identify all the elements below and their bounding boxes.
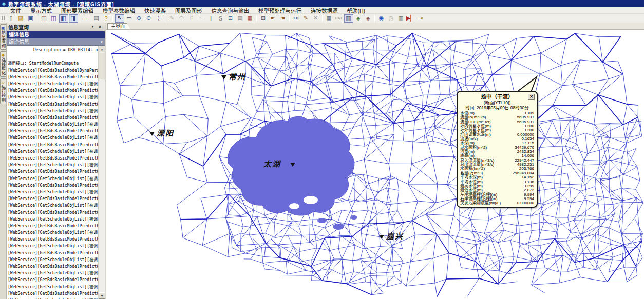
tree2-icon[interactable]: ♣ [364, 14, 373, 23]
main-river-line [112, 34, 638, 143]
panel-title-bar: 信息查询 ▼ ✕ [7, 23, 105, 31]
log-line: [WebService][GetBdsBasicModelPredictObje… [8, 101, 98, 108]
side-tab-label: 信息查询 [1, 30, 6, 48]
globe-icon[interactable]: ◉ [377, 14, 386, 23]
menu-item-6[interactable]: 信息查询与输出 [207, 8, 254, 14]
popup-title: 扬中（干流） [460, 93, 534, 101]
hand-icon[interactable]: ☛ [269, 14, 278, 23]
select-arrow-icon[interactable]: ↖ [115, 14, 124, 23]
menu-item-7[interactable]: 模型预处理与运行 [254, 8, 306, 14]
clock-icon[interactable]: ◷ [387, 14, 396, 23]
log-line: [WebService][GetScheduleObjList][被调用] [8, 270, 98, 276]
layer-map-blue-icon[interactable]: ◫ [49, 14, 59, 23]
layer-window2-icon[interactable]: ◨ [69, 14, 78, 23]
tree-icon[interactable]: ♣ [354, 14, 363, 23]
side-tab-2[interactable]: ▱运行控制 [0, 78, 6, 104]
layer-map-red-icon[interactable]: ◫ [40, 14, 49, 23]
log-line: [WebService][GetScheduleObjList][被调用] [8, 216, 98, 223]
style-icon[interactable]: S [216, 14, 225, 23]
document-tab-strip: 主界面 [106, 23, 644, 30]
new-file-icon[interactable]: ▯ [7, 14, 16, 23]
lake-island [304, 196, 318, 204]
menu-item-8[interactable]: 连接数据源 [306, 8, 343, 14]
popup-row-value: 0.000000 [501, 201, 534, 205]
measure-icon[interactable]: ◠ [177, 14, 186, 23]
print-icon[interactable]: ▤ [92, 14, 101, 23]
log-line: [WebService][GetScheduleObjList][被调用] [8, 175, 98, 182]
hand2-icon[interactable]: ☚ [278, 14, 288, 23]
zoom-in-icon[interactable]: ⊕ [135, 14, 144, 23]
info-query-panel: 信息查询 ▼ ✕ 编译信息 编译信息 ▼ Description = ORA-0… [7, 23, 105, 299]
menu-item-4[interactable]: 快速漫游 [140, 8, 171, 14]
window-grid-icon[interactable]: ⊞ [259, 14, 268, 23]
grid-red-icon[interactable]: ▦ [245, 14, 255, 23]
save-icon[interactable]: ▣ [26, 14, 35, 23]
ed-icon[interactable]: ED [292, 14, 301, 23]
table-icon[interactable]: ▦ [325, 14, 334, 23]
columns-icon[interactable]: ▥ [344, 14, 353, 23]
map-canvas[interactable]: 常州溧阳太湖嘉兴 扬中（干流） ✕ (断面[YTL10]) 时间: 2019年0… [106, 30, 644, 299]
scroll-up-icon[interactable]: ▲ [99, 46, 105, 52]
link-generalize-icon: ◆ [2, 53, 5, 57]
flag-icon[interactable]: ⚐ [187, 14, 196, 23]
log-line: [WebService][GetBdsBasicModelPredictObje… [8, 236, 98, 243]
menu-item-2[interactable]: 图形要素编辑 [56, 8, 98, 14]
exit-icon[interactable]: ⇥ [416, 14, 425, 23]
city-label: 溧阳 [157, 129, 174, 138]
panel-icon[interactable]: ▥ [396, 14, 406, 23]
log-line: [WebService][GetBdsBasicModelPredictObje… [8, 74, 98, 81]
scrollbar-thumb[interactable] [99, 53, 105, 79]
open-folder-icon[interactable]: ▨ [16, 14, 26, 23]
river-network-map[interactable]: 常州溧阳太湖嘉兴 [106, 30, 644, 299]
log-line: [WebService][GetBdsBasicModelPredictObje… [8, 87, 98, 94]
side-tab-strip: ▣信息查询◆连线概化▱运行控制 [0, 23, 7, 299]
rect-select-icon[interactable]: ▭ [125, 14, 134, 23]
delete-cross-icon[interactable]: ✕ [311, 14, 320, 23]
tab-main-view[interactable]: 主界面 [107, 23, 130, 29]
log-line: [WebService][GetBdsBasicModelPredictObje… [8, 114, 98, 121]
application-window: ◆ 数字流域系统 - 太湖流域 - [流域GIS界面] 文件显示方式图形要素编辑… [0, 0, 644, 299]
side-tab-0[interactable]: ▣信息查询 [0, 24, 6, 50]
lake-taihu [228, 116, 354, 215]
info-panel-icon: ▣ [1, 26, 5, 30]
log-line: [WebService][GetBdsBasicModelPredictObje… [8, 128, 98, 134]
main-river-line [181, 194, 636, 284]
scroll-down-icon[interactable]: ▼ [99, 292, 105, 299]
toolbar-separator [289, 15, 290, 22]
log-line: [WebService][GetBdsBasicModelPredictObje… [8, 168, 98, 175]
menu-item-5[interactable]: 图层及图形 [171, 8, 207, 14]
log-line: [WebService][GetScheduleObjList][被调用] [8, 162, 98, 168]
annotate-icon[interactable]: ✎ [167, 14, 177, 23]
pan-icon[interactable]: ⊹ [154, 14, 163, 23]
pen-icon[interactable]: ✎ [301, 14, 311, 23]
log-scrollbar[interactable]: ▲ ▼ [98, 46, 105, 299]
menu-item-0[interactable]: 文件 [6, 8, 26, 14]
city-label: 太湖 [263, 160, 281, 169]
toolbar-separator [37, 15, 37, 22]
play-end-icon[interactable]: ▶▏ [406, 14, 415, 23]
log-line: [WebService][GetScheduleObjList][被调用] [8, 81, 98, 87]
toolbar-separator [256, 15, 257, 22]
zoom-out-icon[interactable]: ⊖ [144, 14, 154, 23]
print2-icon[interactable]: ▤ [236, 14, 245, 23]
menu-item-1[interactable]: 显示方式 [26, 8, 56, 14]
popup-close-button[interactable]: ✕ [528, 94, 535, 100]
help-icon[interactable]: ? [102, 14, 111, 23]
dropdown-value: 编译信息 [9, 38, 29, 46]
menu-item-9[interactable]: 帮助(H) [343, 8, 370, 14]
italic-text-icon[interactable]: I [206, 14, 216, 23]
river-line-icon[interactable]: — [82, 14, 91, 23]
curve-icon[interactable]: ∼ [197, 14, 206, 23]
monitor-icon[interactable]: ⊡ [226, 14, 235, 23]
menu-item-3[interactable]: 模型参数编辑 [98, 8, 140, 14]
panel-collapse-button[interactable]: ▼ [89, 24, 96, 30]
log-line: [WebService][GetScheduleObjList][被调用] [8, 189, 98, 195]
compile-info-dropdown[interactable]: 编译信息 ▼ [7, 38, 105, 46]
document-area: 主界面 常州溧阳太湖嘉兴 扬中（干流） ✕ (断面[YTL10]) 时间: 20… [106, 23, 644, 299]
popup-data-row: 突发污染物浓度(mg/L)0.000000 [460, 201, 534, 205]
side-tab-1[interactable]: ◆连线概化 [0, 51, 6, 77]
toolbar-separator [374, 15, 375, 22]
dat-icon[interactable]: DAT [334, 14, 344, 23]
panel-close-button[interactable]: ✕ [97, 24, 103, 30]
layer-window-icon[interactable]: ◧ [59, 14, 68, 23]
